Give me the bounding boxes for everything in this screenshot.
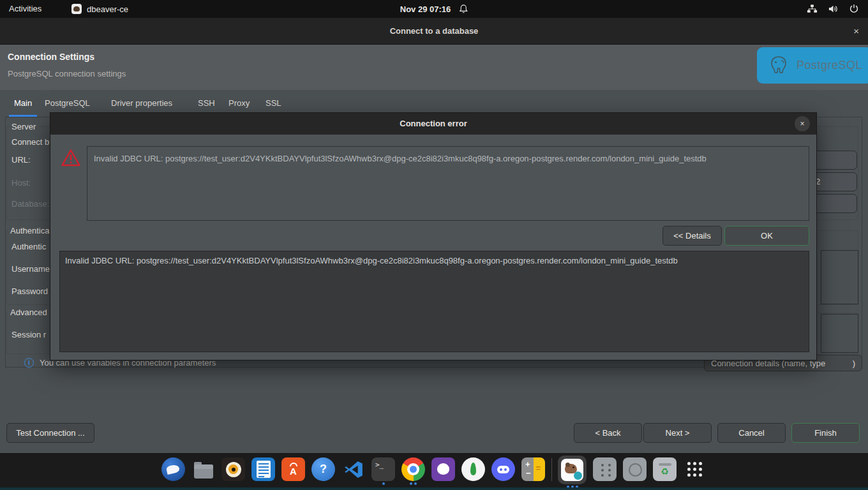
password-label: Password [11,286,48,296]
dock-item-mongodb-compass[interactable] [461,457,486,481]
tab-postgresql[interactable]: PostgreSQL [45,98,90,108]
info-icon: i [24,358,34,368]
clock-label: Nov 29 07:16 [400,4,451,14]
github-icon [431,457,455,481]
terminal-glyph: >_ [375,461,384,469]
dbeaver-app-icon [71,4,82,14]
cancel-label: Cancel [738,428,764,438]
dock-separator [551,458,552,481]
dock: A ? >_ [0,453,868,487]
details-toggle-button[interactable]: << Details [662,226,722,246]
network-icon [807,4,818,14]
postgresql-elephant-icon [766,53,791,78]
back-label: < Back [595,428,620,438]
server-group-label: Server [9,122,38,131]
tab-ssh[interactable]: SSH [198,98,215,108]
utilities-icon [593,457,617,481]
dock-item-help[interactable]: ? [311,457,336,481]
window-title-bar: Connect to a database × [0,18,868,45]
calc-equals-glyph: = [535,463,541,473]
connection-details-close-paren: ) [853,359,855,368]
dock-item-vscode[interactable] [341,457,366,481]
tab-main[interactable]: Main [14,98,32,108]
connect-by-label: Connect b [11,137,49,147]
app-menu-label: dbeaver-ce [87,4,128,14]
ok-button[interactable]: OK [724,226,809,246]
authentication-label: Authentic [11,242,46,251]
advanced-group-label: Advanced [8,308,50,317]
auth-input-fragment[interactable] [821,250,858,304]
error-details-textarea[interactable]: Invalid JDBC URL: postgres://test_user:d… [59,251,809,352]
tab-proxy[interactable]: Proxy [228,98,250,108]
cancel-button[interactable]: Cancel [717,423,786,443]
finish-button[interactable]: Finish [791,423,860,443]
running-indicator [410,482,417,486]
error-dialog-title-bar: Connection error × [50,113,816,135]
rhythmbox-icon [221,457,245,481]
discord-icon [491,457,515,481]
next-button[interactable]: Next > [643,423,712,443]
vscode-icon [341,457,365,481]
calculator-icon: + − = [521,457,545,481]
thunderbird-icon [161,457,185,481]
app-menu[interactable]: dbeaver-ce [71,0,128,18]
next-label: Next > [666,428,690,438]
window-close-button[interactable]: × [853,18,859,45]
dock-item-app-grid[interactable] [683,457,707,481]
dock-item-disc-burner[interactable] [623,457,647,481]
ubuntu-software-icon: A [281,457,305,481]
files-icon [194,464,213,479]
dock-item-thunderbird[interactable] [161,457,186,481]
authentication-group-label: Authentica [8,226,52,235]
dbeaver-icon [561,459,583,481]
software-a-glyph: A [290,466,297,476]
advanced-input-fragment[interactable] [821,314,858,353]
recycle-glyph: ♻ [661,467,669,476]
host-label: Host: [11,178,31,188]
desktop-edge [0,487,868,490]
clock-menu[interactable]: Nov 29 07:16 [400,0,468,18]
help-icon: ? [311,457,335,481]
app-grid-icon [683,457,707,481]
dock-item-utilities[interactable] [593,457,617,481]
trash-icon: ♻ [653,457,677,481]
dock-item-terminal[interactable]: >_ [371,457,396,486]
dock-item-libreoffice-writer[interactable] [251,457,276,481]
finish-label: Finish [814,428,837,438]
details-toggle-label: << Details [673,231,711,241]
username-label: Username [11,264,50,274]
writer-icon [251,457,275,481]
error-message-box[interactable]: Invalid JDBC URL: postgres://test_user:d… [87,146,809,221]
dock-item-calculator[interactable]: + − = [521,457,546,481]
postgresql-logo-text: PostgreSQL [797,59,862,72]
activities-button[interactable]: Activities [9,0,41,18]
page-subtitle: PostgreSQL connection settings [8,69,126,78]
test-connection-label: Test Connection ... [16,428,85,438]
error-dialog-close-button[interactable]: × [795,116,810,131]
warning-icon [61,149,81,170]
tab-driver-properties[interactable]: Driver properties [111,98,172,108]
page-title: Connection Settings [8,52,94,62]
dock-item-github[interactable] [431,457,456,481]
dock-item-chrome[interactable] [401,457,426,486]
running-indicator [382,482,385,486]
dock-item-discord[interactable] [491,457,516,481]
terminal-icon: >_ [371,457,395,481]
postgresql-logo: PostgreSQL [757,47,868,84]
dock-item-dbeaver[interactable] [558,457,587,489]
system-status-menu[interactable] [807,0,859,18]
dock-item-trash[interactable]: ♻ [653,457,677,481]
back-button[interactable]: < Back [574,423,642,443]
help-glyph: ? [320,463,327,476]
test-connection-button[interactable]: Test Connection ... [6,423,94,443]
volume-icon [828,4,839,14]
tab-ssl[interactable]: SSL [266,98,281,108]
window-title: Connect to a database [0,18,868,45]
chrome-icon [401,457,425,481]
url-label: URL: [11,155,31,165]
calc-plus-glyph: + [525,459,530,469]
dock-item-ubuntu-software[interactable]: A [281,457,306,481]
dock-item-files[interactable] [191,457,216,481]
dock-item-rhythmbox[interactable] [221,457,246,481]
notification-bell-icon [458,4,468,14]
